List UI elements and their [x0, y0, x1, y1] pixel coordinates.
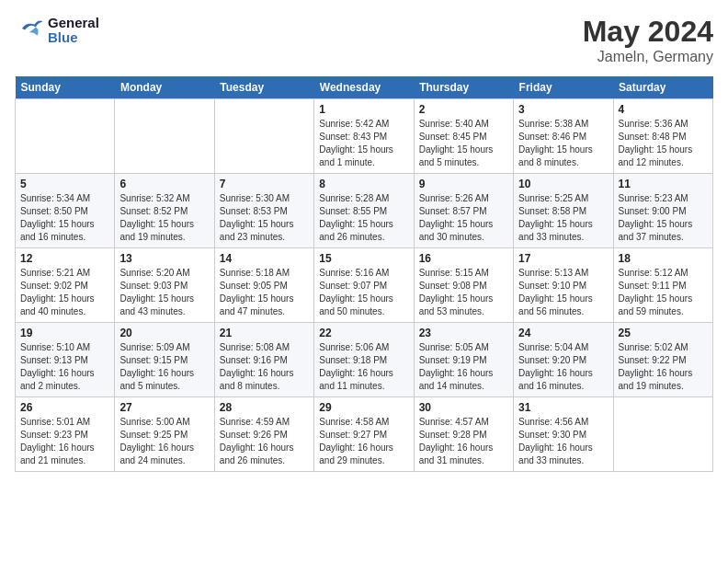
page-header: General Blue May 2024 Jameln, Germany — [15, 15, 713, 65]
day-number: 26 — [20, 401, 109, 414]
calendar-cell: 30Sunrise: 4:57 AMSunset: 9:28 PMDayligh… — [414, 397, 513, 472]
title-block: May 2024 Jameln, Germany — [583, 15, 713, 65]
calendar-cell: 5Sunrise: 5:34 AMSunset: 8:50 PMDaylight… — [16, 174, 115, 248]
day-number: 25 — [619, 327, 708, 339]
day-number: 1 — [319, 103, 408, 116]
day-number: 22 — [319, 327, 408, 339]
calendar-cell: 6Sunrise: 5:32 AMSunset: 8:52 PMDaylight… — [115, 174, 214, 248]
calendar-week-row: 5Sunrise: 5:34 AMSunset: 8:50 PMDaylight… — [16, 174, 713, 248]
day-info: Sunrise: 5:40 AMSunset: 8:45 PMDaylight:… — [419, 118, 508, 169]
calendar-cell: 18Sunrise: 5:12 AMSunset: 9:11 PMDayligh… — [613, 248, 712, 323]
calendar-cell: 20Sunrise: 5:09 AMSunset: 9:15 PMDayligh… — [115, 323, 214, 397]
day-of-week-header: Monday — [115, 76, 214, 99]
calendar-cell: 26Sunrise: 5:01 AMSunset: 9:23 PMDayligh… — [16, 397, 115, 472]
day-info: Sunrise: 5:02 AMSunset: 9:22 PMDaylight:… — [619, 341, 708, 393]
day-info: Sunrise: 5:18 AMSunset: 9:05 PMDaylight:… — [220, 267, 309, 318]
calendar-cell: 2Sunrise: 5:40 AMSunset: 8:45 PMDaylight… — [414, 99, 513, 174]
calendar-cell: 3Sunrise: 5:38 AMSunset: 8:46 PMDaylight… — [514, 99, 613, 174]
logo-bird-icon — [17, 15, 44, 42]
day-number: 28 — [220, 401, 309, 414]
calendar-cell: 14Sunrise: 5:18 AMSunset: 9:05 PMDayligh… — [214, 248, 313, 323]
page-title: May 2024 — [583, 15, 713, 49]
day-info: Sunrise: 5:28 AMSunset: 8:55 PMDaylight:… — [319, 192, 408, 244]
calendar-cell: 11Sunrise: 5:23 AMSunset: 9:00 PMDayligh… — [613, 174, 712, 248]
day-info: Sunrise: 5:30 AMSunset: 8:53 PMDaylight:… — [220, 192, 309, 244]
calendar-cell — [115, 99, 214, 174]
calendar-cell: 10Sunrise: 5:25 AMSunset: 8:58 PMDayligh… — [514, 174, 613, 248]
day-info: Sunrise: 5:32 AMSunset: 8:52 PMDaylight:… — [119, 192, 209, 244]
day-info: Sunrise: 4:59 AMSunset: 9:26 PMDaylight:… — [220, 416, 309, 467]
day-info: Sunrise: 4:58 AMSunset: 9:27 PMDaylight:… — [319, 416, 408, 467]
day-info: Sunrise: 4:56 AMSunset: 9:30 PMDaylight:… — [518, 416, 608, 467]
day-number: 16 — [419, 252, 508, 265]
day-info: Sunrise: 5:12 AMSunset: 9:11 PMDaylight:… — [619, 267, 708, 318]
day-number: 27 — [119, 401, 209, 414]
calendar-cell: 17Sunrise: 5:13 AMSunset: 9:10 PMDayligh… — [514, 248, 613, 323]
calendar-cell: 23Sunrise: 5:05 AMSunset: 9:19 PMDayligh… — [414, 323, 513, 397]
calendar-cell: 9Sunrise: 5:26 AMSunset: 8:57 PMDaylight… — [414, 174, 513, 248]
logo-line1: General — [48, 16, 99, 31]
day-of-week-header: Sunday — [16, 76, 115, 99]
day-number: 12 — [20, 252, 109, 265]
day-info: Sunrise: 5:16 AMSunset: 9:07 PMDaylight:… — [319, 267, 408, 318]
day-info: Sunrise: 5:01 AMSunset: 9:23 PMDaylight:… — [20, 416, 109, 467]
day-info: Sunrise: 5:06 AMSunset: 9:18 PMDaylight:… — [319, 341, 408, 393]
day-info: Sunrise: 5:21 AMSunset: 9:02 PMDaylight:… — [20, 267, 109, 318]
day-number: 3 — [518, 103, 608, 116]
calendar-table: SundayMondayTuesdayWednesdayThursdayFrid… — [15, 76, 713, 472]
day-of-week-header: Wednesday — [314, 76, 414, 99]
day-info: Sunrise: 5:38 AMSunset: 8:46 PMDaylight:… — [518, 118, 608, 169]
calendar-cell: 16Sunrise: 5:15 AMSunset: 9:08 PMDayligh… — [414, 248, 513, 323]
calendar-cell: 21Sunrise: 5:08 AMSunset: 9:16 PMDayligh… — [214, 323, 313, 397]
calendar-week-row: 26Sunrise: 5:01 AMSunset: 9:23 PMDayligh… — [16, 397, 713, 472]
day-number: 9 — [419, 178, 508, 190]
calendar-cell: 24Sunrise: 5:04 AMSunset: 9:20 PMDayligh… — [514, 323, 613, 397]
day-of-week-header: Friday — [514, 76, 613, 99]
logo: General Blue — [15, 15, 99, 46]
day-number: 5 — [20, 178, 109, 190]
day-of-week-header: Thursday — [414, 76, 513, 99]
day-info: Sunrise: 5:09 AMSunset: 9:15 PMDaylight:… — [119, 341, 209, 393]
calendar-week-row: 1Sunrise: 5:42 AMSunset: 8:43 PMDaylight… — [16, 99, 713, 174]
calendar-cell: 8Sunrise: 5:28 AMSunset: 8:55 PMDaylight… — [314, 174, 414, 248]
day-info: Sunrise: 5:36 AMSunset: 8:48 PMDaylight:… — [619, 118, 708, 169]
day-number: 31 — [518, 401, 608, 414]
calendar-cell: 25Sunrise: 5:02 AMSunset: 9:22 PMDayligh… — [613, 323, 712, 397]
day-number: 2 — [419, 103, 508, 116]
day-number: 10 — [518, 178, 608, 190]
calendar-cell — [16, 99, 115, 174]
day-number: 8 — [319, 178, 408, 190]
day-info: Sunrise: 5:04 AMSunset: 9:20 PMDaylight:… — [518, 341, 608, 393]
day-info: Sunrise: 5:15 AMSunset: 9:08 PMDaylight:… — [419, 267, 508, 318]
day-number: 18 — [619, 252, 708, 265]
calendar-cell: 22Sunrise: 5:06 AMSunset: 9:18 PMDayligh… — [314, 323, 414, 397]
day-info: Sunrise: 5:05 AMSunset: 9:19 PMDaylight:… — [419, 341, 508, 393]
day-of-week-header: Tuesday — [214, 76, 313, 99]
day-info: Sunrise: 4:57 AMSunset: 9:28 PMDaylight:… — [419, 416, 508, 467]
calendar-cell: 29Sunrise: 4:58 AMSunset: 9:27 PMDayligh… — [314, 397, 414, 472]
day-number: 29 — [319, 401, 408, 414]
calendar-cell: 19Sunrise: 5:10 AMSunset: 9:13 PMDayligh… — [16, 323, 115, 397]
calendar-cell: 28Sunrise: 4:59 AMSunset: 9:26 PMDayligh… — [214, 397, 313, 472]
day-number: 19 — [20, 327, 109, 339]
calendar-cell — [214, 99, 313, 174]
day-number: 21 — [220, 327, 309, 339]
day-number: 6 — [119, 178, 209, 190]
day-number: 4 — [619, 103, 708, 116]
calendar-cell: 27Sunrise: 5:00 AMSunset: 9:25 PMDayligh… — [115, 397, 214, 472]
calendar-cell: 12Sunrise: 5:21 AMSunset: 9:02 PMDayligh… — [16, 248, 115, 323]
day-info: Sunrise: 5:25 AMSunset: 8:58 PMDaylight:… — [518, 192, 608, 244]
day-number: 11 — [619, 178, 708, 190]
day-info: Sunrise: 5:26 AMSunset: 8:57 PMDaylight:… — [419, 192, 508, 244]
day-number: 7 — [220, 178, 309, 190]
day-info: Sunrise: 5:13 AMSunset: 9:10 PMDaylight:… — [518, 267, 608, 318]
calendar-cell: 15Sunrise: 5:16 AMSunset: 9:07 PMDayligh… — [314, 248, 414, 323]
calendar-cell: 1Sunrise: 5:42 AMSunset: 8:43 PMDaylight… — [314, 99, 414, 174]
day-number: 24 — [518, 327, 608, 339]
day-info: Sunrise: 5:08 AMSunset: 9:16 PMDaylight:… — [220, 341, 309, 393]
calendar-cell: 4Sunrise: 5:36 AMSunset: 8:48 PMDaylight… — [613, 99, 712, 174]
logo-line2: Blue — [48, 30, 99, 46]
day-number: 23 — [419, 327, 508, 339]
calendar-week-row: 12Sunrise: 5:21 AMSunset: 9:02 PMDayligh… — [16, 248, 713, 323]
day-number: 30 — [419, 401, 508, 414]
